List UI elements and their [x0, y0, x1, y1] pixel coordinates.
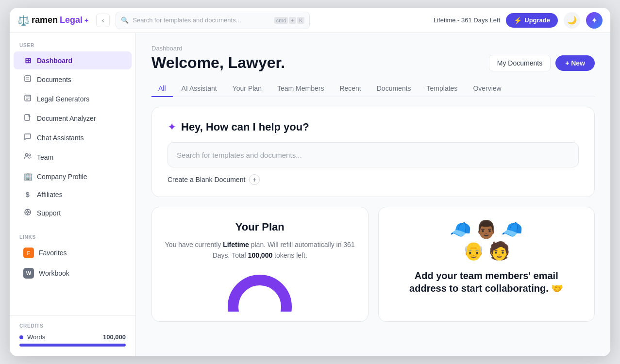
sidebar-links-label: LINKS — [10, 234, 135, 240]
sidebar-item-company-profile[interactable]: 🏢 Company Profile — [14, 167, 132, 185]
sidebar-item-dashboard[interactable]: ⊞ Dashboard — [14, 51, 132, 69]
company-profile-icon: 🏢 — [23, 172, 32, 181]
credits-label: CREDITS — [19, 323, 126, 329]
page-title: Welcome, Lawyer. — [151, 54, 285, 72]
chat-assistants-icon — [23, 133, 32, 143]
sidebar-item-legal-generators[interactable]: Legal Generators — [14, 90, 132, 108]
main-area: USER ⊞ Dashboard Documents Legal Generat… — [10, 33, 610, 356]
tab-team-members[interactable]: Team Members — [270, 81, 331, 97]
sidebar: USER ⊞ Dashboard Documents Legal Generat… — [10, 33, 136, 356]
tab-all[interactable]: All — [151, 81, 173, 97]
team-card: 🧢 👨🏾 🧢 👴 🧑 Add your team members' email … — [378, 207, 595, 322]
logo: ⚖️ ramenLegal+ — [17, 15, 88, 26]
svg-rect-0 — [25, 76, 31, 82]
search-placeholder-text: Search for templates and documents... — [133, 17, 241, 24]
logo-legal: Legal — [60, 15, 83, 25]
sidebar-label-affiliates: Affiliates — [37, 191, 63, 199]
sidebar-label-company-profile: Company Profile — [37, 173, 87, 181]
tab-overview[interactable]: Overview — [466, 81, 508, 97]
team-avatars: 🧢 👨🏾 🧢 👴 🧑 — [438, 221, 535, 260]
team-icon — [23, 152, 32, 162]
moon-icon: 🌙 — [567, 16, 577, 25]
sidebar-label-favorites: Favorites — [39, 249, 67, 257]
titlebar: ⚖️ ramenLegal+ ‹ 🔍 Search for templates … — [10, 8, 610, 33]
create-blank-label: Create a Blank Document — [168, 176, 245, 183]
workbook-avatar: W — [23, 268, 34, 279]
team-card-title: Add your team members' email address to … — [409, 269, 563, 295]
ai-card-header: ✦ Hey, How can I help you? — [168, 121, 579, 133]
new-button[interactable]: + New — [555, 55, 595, 71]
breadcrumb: Dashboard — [151, 45, 595, 52]
credits-type: Words — [27, 333, 45, 341]
sidebar-user-label: USER — [10, 43, 135, 48]
credits-bar — [19, 344, 126, 347]
tab-recent[interactable]: Recent — [333, 81, 368, 97]
sidebar-label-team: Team — [37, 153, 53, 161]
cards-grid: ✦ Hey, How can I help you? Create a Blan… — [151, 107, 595, 322]
ai-card-title: Hey, How can I help you? — [181, 121, 309, 133]
page-title-row: Welcome, Lawyer. My Documents + New — [151, 54, 595, 72]
svg-point-9 — [29, 154, 31, 156]
sidebar-item-chat-assistants[interactable]: Chat Assistants — [14, 129, 132, 147]
team-avatar-1: 🧢 — [450, 221, 471, 238]
sidebar-item-favorites[interactable]: F Favorites — [14, 243, 132, 263]
credits-bar-fill — [19, 344, 126, 347]
my-documents-button[interactable]: My Documents — [489, 55, 551, 71]
team-avatar-3: 🧢 — [501, 221, 523, 238]
plus-circle-icon: + — [249, 174, 260, 185]
sidebar-item-workbook[interactable]: W Workbook — [14, 264, 132, 283]
sidebar-label-legal-generators: Legal Generators — [37, 95, 89, 103]
sidebar-label-dashboard: Dashboard — [37, 57, 72, 65]
sparkle-icon: ✦ — [168, 121, 176, 133]
team-avatar-5: 🧑 — [488, 242, 510, 260]
logo-ramen: ramen — [32, 15, 58, 25]
favorites-avatar: F — [23, 248, 34, 258]
svg-point-8 — [26, 154, 28, 156]
sidebar-label-document-analyzer: Document Analyzer — [37, 115, 96, 122]
app-window: ⚖️ ramenLegal+ ‹ 🔍 Search for templates … — [10, 8, 610, 356]
plan-card: Your Plan You have currently Lifetime pl… — [151, 207, 369, 322]
document-analyzer-icon — [23, 114, 32, 123]
svg-point-11 — [27, 211, 29, 213]
plan-description: You have currently Lifetime plan. Will r… — [164, 239, 356, 261]
documents-icon — [23, 75, 32, 84]
ai-help-card: ✦ Hey, How can I help you? Create a Blan… — [151, 107, 595, 197]
create-blank-button[interactable]: Create a Blank Document + — [168, 174, 579, 185]
page-title-actions: My Documents + New — [489, 55, 595, 71]
sidebar-label-documents: Documents — [37, 76, 71, 83]
tab-documents[interactable]: Documents — [370, 81, 418, 97]
ai-search-input[interactable] — [168, 142, 579, 167]
sidebar-item-documents[interactable]: Documents — [14, 70, 132, 89]
sidebar-item-support[interactable]: Support — [14, 204, 132, 222]
content-area: Dashboard Welcome, Lawyer. My Documents … — [136, 33, 610, 356]
logo-plus: + — [84, 17, 88, 24]
search-bar[interactable]: 🔍 Search for templates and documents... … — [116, 12, 310, 29]
sidebar-item-affiliates[interactable]: $ Affiliates — [14, 186, 132, 203]
bolt-icon: ⚡ — [514, 17, 522, 24]
plan-donut-chart — [226, 273, 294, 312]
tab-your-plan[interactable]: Your Plan — [226, 81, 268, 97]
sidebar-item-document-analyzer[interactable]: Document Analyzer — [14, 109, 132, 128]
upgrade-button[interactable]: ⚡ Upgrade — [506, 13, 558, 28]
sidebar-toggle-button[interactable]: ‹ — [96, 14, 110, 27]
dashboard-icon: ⊞ — [23, 56, 32, 65]
tab-ai-assistant[interactable]: AI Assistant — [175, 81, 224, 97]
affiliates-icon: $ — [23, 191, 32, 199]
support-icon — [23, 208, 32, 218]
sidebar-item-team[interactable]: Team — [14, 148, 132, 166]
legal-generators-icon — [23, 94, 32, 104]
tab-templates[interactable]: Templates — [420, 81, 465, 97]
dark-mode-toggle[interactable]: 🌙 — [564, 12, 580, 29]
lifetime-badge: Lifetime - 361 Days Left — [434, 17, 500, 24]
tabs-bar: All AI Assistant Your Plan Team Members … — [151, 81, 595, 97]
sidebar-label-workbook: Workbook — [39, 269, 69, 277]
team-avatar-2: 👨🏾 — [475, 221, 497, 238]
header-right: Lifetime - 361 Days Left ⚡ Upgrade 🌙 ✦ — [434, 12, 603, 29]
svg-point-17 — [233, 280, 286, 312]
credits-value: 100,000 — [103, 333, 126, 341]
search-shortcut: cmd + K — [274, 17, 305, 24]
credits-section: CREDITS Words 100,000 — [10, 315, 135, 356]
user-avatar-button[interactable]: ✦ — [586, 12, 603, 29]
donut-svg — [226, 273, 294, 312]
credits-row: Words 100,000 — [19, 333, 126, 341]
